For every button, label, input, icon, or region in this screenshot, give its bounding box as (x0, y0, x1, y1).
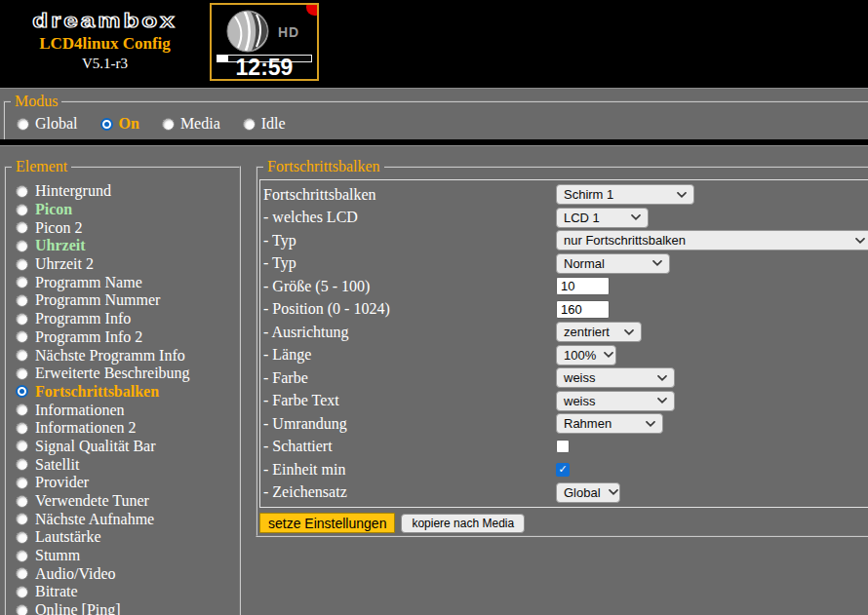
checkbox-schattiert[interactable] (556, 440, 570, 453)
form-row-label: - Einheit min (263, 461, 556, 479)
select-welches-lcd-lcd-1[interactable]: LCD 1 (556, 208, 649, 228)
element-item-label: Nächste Programm Info (35, 348, 185, 364)
modus-option-idle[interactable]: Idle (243, 116, 286, 132)
radio-icon (16, 513, 28, 525)
element-item-n-chste-aufnahme[interactable]: Nächste Aufnahme (16, 510, 239, 528)
form-row: - Farbeweiss (263, 366, 868, 390)
element-list: HintergrundPiconPicon 2UhrzeitUhrzeit 2P… (6, 174, 239, 615)
element-item-label: Signal Qualität Bar (35, 439, 156, 454)
chevron-down-icon (646, 421, 655, 427)
select-fortschrittsbalken-schirm-1[interactable]: Schirm 1 (556, 184, 694, 205)
element-item-erweiterte-beschreibung[interactable]: Erweiterte Beschreibung (16, 365, 239, 383)
chevron-down-icon (677, 192, 687, 198)
select-l-nge-100[interactable]: 100% (556, 345, 616, 365)
element-item-label: Picon 2 (35, 220, 82, 236)
element-item-label: Uhrzeit (35, 238, 86, 253)
modus-option-global[interactable]: Global (17, 116, 78, 132)
form-row-label: - Ausrichtung (263, 324, 556, 341)
input-position-0-1024[interactable] (556, 300, 610, 319)
form-row: - Länge100% (263, 344, 868, 367)
radio-icon (100, 118, 113, 131)
element-item-picon-2[interactable]: Picon 2 (16, 218, 239, 237)
element-item-label: Programm Info 2 (35, 329, 142, 345)
element-item-audio-video[interactable]: Audio/Video (16, 564, 239, 583)
radio-icon (16, 204, 28, 216)
element-item-label: Uhrzeit 2 (35, 256, 94, 272)
element-item-n-chste-programm-info[interactable]: Nächste Programm Info (16, 346, 239, 365)
select-value: weiss (564, 394, 596, 408)
element-item-hintergrund[interactable]: Hintergrund (16, 182, 239, 201)
select-farbe-weiss[interactable]: weiss (556, 367, 675, 388)
form-row-label: - Schattiert (263, 438, 556, 455)
select-value: zentriert (564, 325, 610, 339)
chevron-down-icon (657, 375, 667, 381)
radio-icon (16, 349, 28, 362)
element-item-programm-nummer[interactable]: Programm Nummer (16, 291, 239, 310)
main-panel: Element HintergrundPiconPicon 2UhrzeitUh… (0, 145, 868, 615)
modus-panel: Modus GlobalOnMediaIdle (0, 88, 868, 139)
element-item-lautst-rke[interactable]: Lautstärke (16, 528, 239, 547)
element-item-picon[interactable]: Picon (16, 201, 239, 219)
checkbox-einheit-min[interactable]: ✓ (556, 463, 570, 477)
form-row-label: - Typ (263, 232, 556, 250)
form-row-label: - Typ (263, 254, 556, 272)
select-value: Rahmen (564, 416, 612, 431)
preview-clock: 12:59 (212, 57, 317, 79)
radio-icon (16, 586, 28, 598)
select-value: Normal (564, 256, 605, 271)
header: dreambox LCD4linux Config V5.1-r3 HD 12:… (0, 0, 868, 88)
element-item-provider[interactable]: Provider (16, 474, 239, 492)
form-row-label: - Farbe Text (263, 392, 556, 409)
element-item-label: Informationen 2 (35, 420, 137, 436)
element-item-informationen-2[interactable]: Informationen 2 (16, 419, 239, 438)
chevron-down-icon (631, 214, 641, 220)
element-item-verwendete-tuner[interactable]: Verwendete Tuner (16, 492, 239, 511)
modus-option-label: Global (35, 116, 78, 132)
input-gr-e-5-100[interactable] (556, 277, 610, 295)
set-settings-button[interactable]: setze Einstellungen (259, 513, 395, 533)
form-row-label: - welches LCD (263, 209, 556, 226)
select-value: Schirm 1 (564, 187, 613, 202)
element-item-uhrzeit[interactable]: Uhrzeit (16, 237, 239, 255)
version-label: V5.1-r3 (0, 56, 210, 72)
form-row: - Einheit min✓ (263, 458, 868, 481)
modus-option-media[interactable]: Media (162, 116, 220, 132)
element-item-uhrzeit-2[interactable]: Uhrzeit 2 (16, 255, 239, 274)
element-item-online-ping[interactable]: Online [Ping] (16, 601, 239, 615)
form-row-label: Fortschrittsbalken (263, 186, 556, 204)
button-row: setze Einstellungen kopiere nach Media (259, 513, 868, 533)
element-item-programm-name[interactable]: Programm Name (16, 273, 239, 291)
select-umrandung-rahmen[interactable]: Rahmen (556, 413, 663, 434)
select-ausrichtung-zentriert[interactable]: zentriert (556, 322, 642, 342)
radio-icon (16, 458, 28, 471)
radio-icon (16, 221, 28, 234)
element-item-label: Picon (35, 202, 72, 217)
element-item-satellit[interactable]: Satellit (16, 455, 239, 474)
radio-icon (16, 495, 28, 508)
element-item-label: Erweiterte Beschreibung (35, 365, 190, 381)
element-item-programm-info[interactable]: Programm Info (16, 310, 239, 328)
select-farbe-text-weiss[interactable]: weiss (556, 391, 675, 411)
select-value: weiss (564, 370, 596, 385)
element-item-stumm[interactable]: Stumm (16, 547, 239, 565)
element-item-bitrate[interactable]: Bitrate (16, 583, 239, 601)
select-typ-nur-fortschrittsbalken[interactable]: nur Fortschrittsbalken (556, 230, 868, 250)
radio-icon (16, 240, 28, 252)
select-typ-normal[interactable]: Normal (556, 253, 670, 274)
fortschrittsbalken-legend: Fortschrittsbalken (263, 159, 384, 174)
select-value: 100% (564, 348, 596, 363)
element-item-programm-info-2[interactable]: Programm Info 2 (16, 328, 239, 347)
radio-icon (16, 404, 28, 416)
copy-to-media-button[interactable]: kopiere nach Media (401, 514, 525, 533)
select-zeichensatz-global[interactable]: Global (556, 482, 620, 503)
radio-icon (16, 313, 28, 326)
chevron-down-icon (609, 489, 618, 495)
element-item-informationen[interactable]: Informationen (16, 401, 239, 419)
element-item-signal-qualit-t-bar[interactable]: Signal Qualität Bar (16, 438, 239, 456)
element-item-label: Audio/Video (35, 566, 116, 582)
modus-option-on[interactable]: On (100, 116, 139, 132)
radio-icon (16, 422, 28, 435)
element-item-fortschrittsbalken[interactable]: Fortschrittsbalken (16, 383, 239, 402)
modus-option-label: Idle (261, 116, 286, 132)
form-row: - ZeichensatzGlobal (263, 481, 868, 505)
